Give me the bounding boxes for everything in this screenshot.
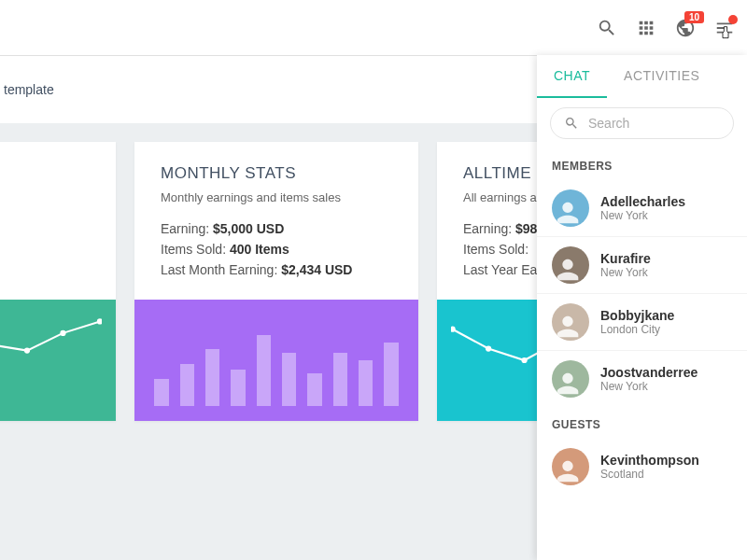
notification-badge: 10: [684, 11, 704, 23]
svg-point-10: [522, 357, 528, 363]
card-chart: [134, 300, 418, 421]
guests-list: KevinthompsonScotland: [537, 439, 747, 495]
svg-point-6: [61, 330, 66, 336]
apps-icon[interactable]: [635, 17, 657, 39]
card-stat: Earning: $5,000 USD: [161, 221, 392, 236]
card-stat: Items Sold: 400 Items: [161, 242, 392, 257]
avatar: [552, 360, 589, 398]
member-item[interactable]: KurafireNew York: [537, 237, 747, 294]
avatar: [552, 189, 589, 227]
member-item[interactable]: JoostvanderreeNew York: [537, 351, 747, 407]
search-icon: [564, 116, 579, 131]
avatar: [552, 303, 589, 341]
member-item[interactable]: AdellecharlesNew York: [537, 180, 747, 237]
card-chart: [0, 300, 116, 421]
globe-notification-icon[interactable]: 10: [674, 17, 697, 39]
member-name: Bobbyjkane: [600, 308, 674, 323]
svg-point-5: [24, 347, 30, 353]
card-stat: D: [0, 262, 90, 277]
member-location: New York: [600, 380, 698, 393]
members-list: AdellecharlesNew York KurafireNew York B…: [537, 180, 747, 407]
search-icon[interactable]: [596, 17, 618, 39]
avatar: [552, 448, 589, 485]
line-chart: [0, 312, 102, 409]
member-name: Kevinthompson: [600, 453, 699, 468]
stats-card-monthly: MONTHLY STATS Monthly earnings and items…: [134, 142, 418, 421]
section-label-members: MEMBERS: [537, 148, 747, 180]
card-stat: Last Month Earning: $2,434 USD: [161, 262, 392, 277]
tab-activities[interactable]: ACTIVITIES: [607, 55, 716, 98]
cursor-pointer: [719, 26, 734, 41]
card-subtitle: les today: [0, 190, 90, 204]
sidepanel-tabs: CHAT ACTIVITIES: [537, 55, 747, 98]
search-input[interactable]: Search: [550, 107, 734, 139]
member-name: Joostvanderree: [600, 365, 698, 380]
svg-point-7: [97, 318, 102, 324]
avatar: [552, 246, 589, 284]
card-stat: [0, 242, 90, 257]
stats-card: les today D: [0, 142, 116, 421]
card-title: [0, 164, 90, 183]
alert-dot: [728, 15, 738, 24]
search-placeholder: Search: [588, 116, 629, 131]
member-location: New York: [600, 266, 651, 279]
section-label-guests: GUESTS: [537, 407, 747, 439]
card-subtitle: Monthly earnings and items sales: [161, 190, 392, 204]
svg-point-9: [486, 345, 491, 351]
tab-chat[interactable]: CHAT: [537, 55, 607, 98]
member-name: Kurafire: [600, 251, 651, 266]
guest-item[interactable]: KevinthompsonScotland: [537, 439, 747, 495]
member-location: New York: [600, 209, 685, 222]
card-title: MONTHLY STATS: [161, 164, 392, 183]
member-name: Adellecharles: [600, 194, 685, 209]
chat-sidepanel: CHAT ACTIVITIES Search MEMBERS Adellecha…: [537, 55, 747, 560]
bar-chart: [154, 315, 398, 406]
member-location: Scotland: [600, 468, 699, 481]
member-location: London City: [600, 323, 674, 336]
member-item[interactable]: BobbyjkaneLondon City: [537, 294, 747, 351]
card-stat: [0, 221, 90, 236]
app-header: 10: [0, 0, 747, 56]
